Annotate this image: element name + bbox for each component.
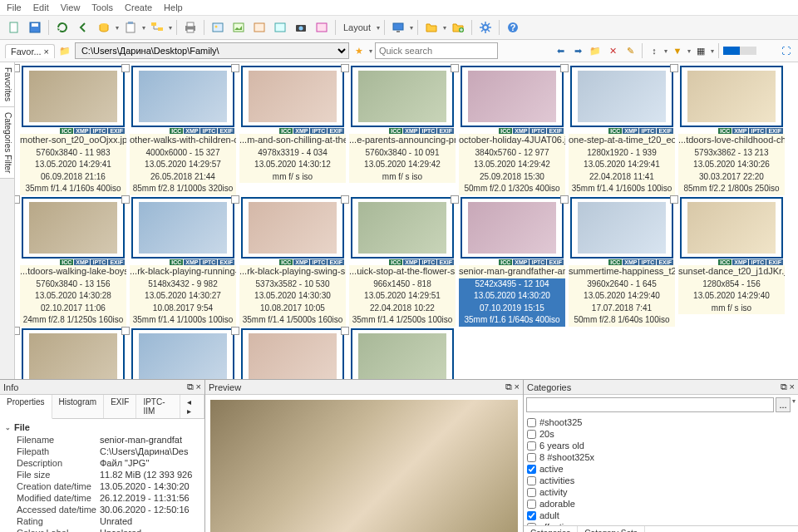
thumbnail-cell[interactable]: ICCXMPIPTCEXIF...tdoors-love-childhood-c… [678,66,785,195]
search-input[interactable] [375,42,498,59]
image-4-icon[interactable] [271,18,289,37]
select-checkbox[interactable] [341,195,349,204]
path-input[interactable]: C:\Users\Дарина\Desktop\Family\ [75,42,349,59]
category-row[interactable]: 8 #shoot325x [527,451,795,463]
favorites-tab[interactable]: Favor... × [5,44,55,58]
category-row[interactable]: activity [527,486,795,498]
select-checkbox[interactable] [670,195,678,204]
tab-category-sets[interactable]: Category Sets [578,526,644,532]
thumbnail-cell[interactable]: ICCXMPIPTCEXIFother-walks-with-children-… [130,66,236,195]
view-grid-icon[interactable]: ▦ [693,43,708,58]
select-checkbox[interactable] [341,64,349,72]
menu-help[interactable]: Help [164,2,183,12]
menu-file[interactable]: File [7,2,22,12]
image-1-icon[interactable] [209,18,227,37]
thumbnail-cell[interactable]: ICCXMPIPTCEXIF...m-and-son-chilling-at-t… [239,66,346,195]
category-row[interactable]: 6 years old [527,440,795,451]
thumbnail-cell[interactable]: ICCXMPIPTCEXIF [130,328,236,380]
close-icon[interactable]: × [515,382,520,392]
select-checkbox[interactable] [15,327,20,335]
thumbnail-cell[interactable]: ICCXMPIPTCEXIFone-step-at-a-time_t20_eoz… [569,66,675,195]
menu-view[interactable]: View [61,2,81,12]
sort-icon[interactable]: ↕ [647,43,662,58]
category-checkbox[interactable] [527,430,536,439]
tab-more[interactable]: ◂ ▸ [180,395,204,418]
thumbnail-cell[interactable]: ICCXMPIPTCEXIFsummertime-happiness_t20_.… [569,197,675,327]
pin-icon[interactable]: ⧉ [505,382,512,392]
category-checkbox[interactable] [527,488,536,497]
image-3-icon[interactable] [250,18,268,37]
category-row[interactable]: #shoot325 [527,416,795,428]
new-icon[interactable] [5,18,23,37]
category-search-input[interactable] [526,397,774,412]
select-checkbox[interactable] [231,64,239,72]
category-checkbox[interactable] [527,511,536,520]
select-checkbox[interactable] [121,195,130,204]
category-checkbox[interactable] [527,476,536,485]
star-icon[interactable]: ★ [352,43,367,58]
pencil-icon[interactable]: ✎ [623,43,638,58]
category-checkbox[interactable] [527,465,536,474]
thumbnail-cell[interactable]: ICCXMPIPTCEXIFsunset-dance_t20_j1dJKr.jp… [678,197,785,327]
category-row[interactable]: 20s [527,428,795,440]
menu-edit[interactable]: Edit [33,2,49,12]
nav-fwd-icon[interactable]: ➡ [570,43,585,58]
thumbnail-cell[interactable]: ICCXMPIPTCEXIFoctober-holiday-4JUAT06.jp… [459,66,565,195]
folder-tree-icon[interactable] [148,18,166,37]
folder-star-icon[interactable] [422,18,441,37]
menu-tools[interactable]: Tools [91,2,113,12]
camera-icon[interactable] [292,18,310,37]
thumbnail-cell[interactable]: ICCXMPIPTCEXIF...uick-stop-at-the-flower… [349,197,456,327]
select-checkbox[interactable] [231,195,239,204]
nav-back-icon[interactable]: ⬅ [553,43,568,58]
image-2-icon[interactable] [229,18,248,37]
category-checkbox[interactable] [527,418,536,427]
zoom-slider[interactable] [723,47,756,55]
category-checkbox[interactable] [527,500,536,509]
browse-icon[interactable]: 📁 [57,43,72,58]
select-checkbox[interactable] [121,64,130,72]
pin-icon[interactable]: ⧉ [781,382,787,392]
folder-icon[interactable]: 📁 [588,43,603,58]
select-checkbox[interactable] [451,195,459,204]
tab-categories[interactable]: Categories [524,526,578,532]
maximize-icon[interactable]: ⛶ [778,43,793,58]
select-checkbox[interactable] [451,64,459,72]
category-row[interactable]: activities [527,475,795,486]
nav-back-icon[interactable] [74,18,92,37]
category-checkbox[interactable] [527,441,536,451]
print-icon[interactable] [181,18,200,37]
select-checkbox[interactable] [121,327,130,335]
select-checkbox[interactable] [231,327,239,335]
close-icon[interactable]: × [43,47,48,57]
thumbnail-cell[interactable]: ICCXMPIPTCEXIF [239,328,346,380]
select-checkbox[interactable] [560,64,569,72]
folder-add-icon[interactable] [449,18,467,37]
close-icon[interactable]: × [196,382,201,392]
tab-properties[interactable]: Properties [0,395,52,419]
thumbnail-cell[interactable]: ICCXMPIPTCEXIF [20,328,126,380]
thumbnail-cell[interactable]: ICCXMPIPTCEXIFsenior-man-grandfather-and… [459,197,565,327]
select-checkbox[interactable] [560,195,569,204]
thumbnail-cell[interactable]: ICCXMPIPTCEXIF...rk-black-playing-swing-… [239,197,346,327]
menu-create[interactable]: Create [125,2,152,12]
select-checkbox[interactable] [15,64,20,72]
category-row[interactable]: adorable [527,498,795,510]
db-icon[interactable] [95,18,113,37]
monitor-icon[interactable] [389,18,407,37]
category-checkbox[interactable] [527,453,536,462]
category-row[interactable]: adult [527,510,795,521]
thumbnail-cell[interactable]: GPSXMPIPTCEXIF [349,328,456,380]
select-checkbox[interactable] [15,195,20,204]
filter-icon[interactable]: ▼ [670,43,685,58]
category-more-button[interactable]: ... [776,397,791,412]
save-icon[interactable] [26,18,44,37]
side-tab-favorites[interactable]: Favorites [0,62,14,107]
side-tab-categories-filter[interactable]: Categories Filter [0,107,14,179]
category-row[interactable]: active [527,463,795,475]
tab-histogram[interactable]: Histogram [52,395,105,418]
thumbnail-cell[interactable]: ICCXMPIPTCEXIF...e-parents-announcing-pr… [349,66,456,195]
thumbnail-cell[interactable]: ICCXMPIPTCEXIF...rk-black-playing-runnin… [130,197,236,327]
refresh-icon[interactable] [53,18,71,37]
image-5-icon[interactable] [313,18,331,37]
